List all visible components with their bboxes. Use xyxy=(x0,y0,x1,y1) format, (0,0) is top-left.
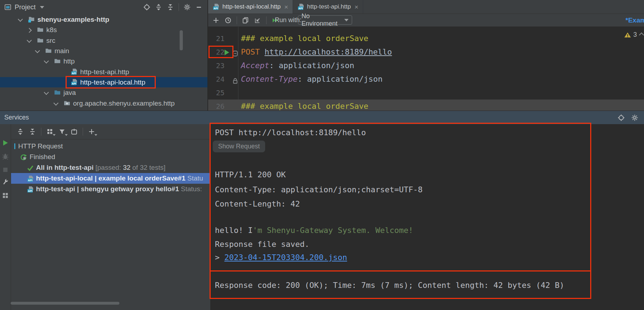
response-header-line: Content-Type: application/json;charset=U… xyxy=(215,183,423,197)
svg-text:API: API xyxy=(72,72,76,75)
api-file-icon: API xyxy=(212,3,220,10)
code-line-21[interactable]: 21### example local orderSave xyxy=(208,32,644,45)
suite-passed-count: 32 xyxy=(123,164,130,171)
services-request-http-test-api[interactable]: APIhttp-test-api | shengyu getway proxy … xyxy=(11,184,210,194)
add-request-icon[interactable] xyxy=(212,17,220,24)
collapse-all-icon[interactable] xyxy=(167,4,174,11)
rerun-icon xyxy=(20,153,27,161)
folder-project-icon xyxy=(28,16,35,23)
project-panel-title[interactable]: Project xyxy=(15,3,36,11)
stop-icon[interactable] xyxy=(2,166,9,173)
project-tree-item-http[interactable]: http xyxy=(0,56,207,66)
chevron-down-icon[interactable] xyxy=(44,59,49,63)
expand-all-icon[interactable] xyxy=(17,128,24,135)
add-service-icon[interactable] xyxy=(71,128,78,135)
project-tree-item-k8s[interactable]: k8s xyxy=(0,25,207,35)
show-request-button[interactable]: Show Request xyxy=(213,141,265,152)
chevron-down-icon[interactable] xyxy=(35,48,40,53)
close-icon[interactable]: × xyxy=(354,4,358,10)
code-line-22[interactable]: 22POST http://localhost:8189/hello xyxy=(208,45,644,59)
project-scrollbar[interactable] xyxy=(180,30,183,50)
run-with-label: Run with: xyxy=(275,14,302,26)
project-tree-item-http-test-api-local-http[interactable]: APIhttp-test-api-local.http xyxy=(0,77,207,87)
editor-tab-http-test-api-http[interactable]: APIhttp-test-api.http× xyxy=(293,0,363,14)
project-tree-item-org-apache-shenyu-examples-http[interactable]: org.apache.shenyu.examples.http xyxy=(0,98,207,108)
line-number: 23 xyxy=(211,59,225,72)
toolbar-separator xyxy=(179,3,179,11)
response-file-link[interactable]: 2023-04-15T203304.200.json xyxy=(225,253,347,262)
locate-icon[interactable] xyxy=(618,114,625,121)
editor-tab-http-test-api-local-http[interactable]: APIhttp-test-api-local.http× xyxy=(208,0,293,14)
services-request-http-test-api-local[interactable]: APIhttp-test-api-local | example local o… xyxy=(11,173,210,184)
request-row-text: http-test-api-local | example local orde… xyxy=(36,173,203,184)
hide-icon[interactable] xyxy=(195,4,202,11)
response-request-line: POST http://localhost:8189/hello xyxy=(215,126,366,139)
run-request-icon[interactable] xyxy=(225,50,229,55)
debug-icon[interactable] xyxy=(2,153,9,160)
history-icon[interactable] xyxy=(225,17,232,24)
services-node-suite[interactable]: All in http-test-api [passed: 32 of 32 t… xyxy=(11,162,210,173)
chevron-down-icon[interactable] xyxy=(44,90,49,95)
code-line-24[interactable]: 24Content-Type: application/json xyxy=(208,72,644,86)
settings-icon[interactable] xyxy=(184,4,191,11)
project-tree-item-shenyu-examples-http[interactable]: shenyu-examples-http xyxy=(0,14,207,25)
editor-tabbar: APIhttp-test-api-local.http×APIhttp-test… xyxy=(208,0,644,14)
folder-icon xyxy=(45,47,52,54)
service-type-indicator xyxy=(14,143,15,149)
code-line-23[interactable]: 23Accept: application/json xyxy=(208,59,644,72)
api-file-icon: API xyxy=(71,68,78,75)
chevron-down-icon[interactable] xyxy=(53,101,58,106)
line-number: 26 xyxy=(211,100,225,111)
chevron-down-icon xyxy=(65,134,68,136)
folder-icon xyxy=(54,57,61,65)
group-by-icon[interactable] xyxy=(46,128,53,135)
code-line-25[interactable]: 25 xyxy=(208,86,644,100)
run-icon[interactable] xyxy=(2,139,9,146)
fold-lock-icon xyxy=(232,76,239,83)
filter-icon[interactable] xyxy=(58,128,66,135)
response-console[interactable]: POST http://localhost:8189/hello Show Re… xyxy=(210,124,644,310)
project-tree-item-src[interactable]: src xyxy=(0,35,207,46)
project-panel-header: Project xyxy=(0,0,207,14)
environment-value: No Environment xyxy=(302,12,344,27)
tree-item-label: org.apache.shenyu.examples.http xyxy=(73,98,175,108)
close-icon[interactable]: × xyxy=(284,4,288,10)
services-horizontal-scrollbar[interactable] xyxy=(11,302,119,305)
api-file-icon: API xyxy=(297,3,304,10)
add-icon[interactable] xyxy=(88,128,95,135)
project-tree-item-http-test-api-http[interactable]: APIhttp-test-api.http xyxy=(0,67,207,77)
services-header[interactable]: Services xyxy=(0,111,644,124)
line-number: 24 xyxy=(211,72,225,86)
services-node-finished[interactable]: Finished xyxy=(11,152,210,162)
collapse-all-icon[interactable] xyxy=(29,128,36,135)
suite-name: All in http-test-api xyxy=(36,164,93,171)
tab-label: http-test-api-local.http xyxy=(222,3,280,10)
response-status-line: HTTP/1.1 200 OK xyxy=(215,168,286,182)
settings-icon[interactable] xyxy=(631,114,638,121)
locate-icon[interactable] xyxy=(143,4,150,11)
chevron-down-icon[interactable] xyxy=(18,17,23,22)
run-config-name: *Exampl xyxy=(625,14,644,26)
folder-src-icon xyxy=(54,89,61,96)
tree-item-label: http-test-api-local.http xyxy=(80,77,145,87)
services-node-http-request[interactable]: HTTP Request xyxy=(11,141,210,152)
folder-icon xyxy=(37,37,44,44)
expand-all-icon[interactable] xyxy=(155,4,162,11)
project-tree-item-java[interactable]: java xyxy=(0,87,207,98)
layout-icon[interactable] xyxy=(2,192,9,199)
tools-icon[interactable] xyxy=(2,178,9,186)
code-tokens: ### example local orderSave xyxy=(241,100,369,111)
chevron-down-icon[interactable] xyxy=(40,6,44,9)
request-row-text: http-test-api | shengyu getway proxy hel… xyxy=(36,184,202,194)
open-log-icon[interactable] xyxy=(254,17,261,24)
chevron-right-icon[interactable] xyxy=(27,28,32,33)
tree-item-label: src xyxy=(46,35,55,46)
project-tree-item-main[interactable]: main xyxy=(0,46,207,56)
line-number: 21 xyxy=(211,32,225,45)
environment-select[interactable]: No Environment xyxy=(298,15,352,25)
copy-icon[interactable] xyxy=(242,17,249,24)
code-line-26[interactable]: 26### example local orderSave xyxy=(208,100,644,111)
chevron-down-icon[interactable] xyxy=(27,38,32,43)
toolbar-separator xyxy=(266,16,267,24)
editor-code-area[interactable]: 3 21### example local orderSave22POST ht… xyxy=(208,27,644,111)
